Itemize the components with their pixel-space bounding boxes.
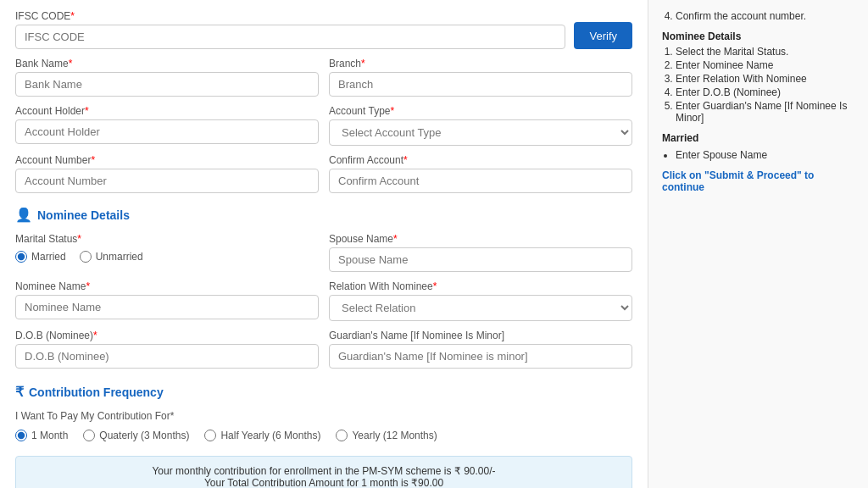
sidebar-nominee-step-1: Select the Marital Status. [676, 46, 854, 58]
contrib-12months-text: Yearly (12 Months) [352, 430, 437, 441]
relation-label: Relation With Nominee* [329, 280, 632, 292]
account-holder-label: Account Holder* [15, 105, 319, 117]
sidebar-married-steps: Enter Spouse Name [662, 147, 854, 163]
sidebar: Confirm the account number. Nominee Deta… [648, 0, 868, 488]
married-radio[interactable] [15, 251, 27, 263]
branch-input [329, 72, 632, 97]
account-type-select[interactable]: Select Account Type Savings Current [329, 119, 632, 146]
ifsc-input[interactable] [15, 25, 565, 49]
married-label: Married [31, 251, 66, 263]
dob-label: D.O.B (Nominee)* [15, 330, 319, 341]
contrib-6months-label[interactable]: Half Yearly (6 Months) [204, 430, 320, 441]
ifsc-label: IFSC CODE* [15, 10, 565, 22]
sidebar-nominee-step-4: Enter D.O.B (Nominee) [676, 86, 854, 98]
nominee-icon: 👤 [15, 207, 32, 223]
branch-label: Branch* [329, 58, 632, 69]
contribution-section-header: ₹ Contribution Frequency [15, 384, 632, 400]
contribution-info-box: Your monthly contribution for enrollment… [15, 456, 632, 488]
contrib-6months-text: Half Yearly (6 Months) [220, 430, 320, 441]
contribution-section-title: Contribution Frequency [29, 385, 164, 399]
bank-name-input [15, 72, 319, 97]
confirm-account-label: Confirm Account* [329, 154, 632, 166]
spouse-name-label: Spouse Name* [329, 233, 632, 245]
dob-input[interactable] [15, 344, 319, 369]
nominee-section-title: Nominee Details [37, 208, 130, 222]
rupee-icon: ₹ [15, 384, 24, 400]
marital-status-radio-group: Married Unmarried [15, 251, 319, 265]
account-holder-input[interactable] [15, 119, 319, 144]
account-number-label: Account Number* [15, 154, 319, 166]
confirm-account-input[interactable] [329, 169, 632, 193]
info-line1: Your monthly contribution for enrollment… [30, 465, 618, 477]
contrib-3months-text: Quaterly (3 Months) [99, 430, 189, 441]
sidebar-step-4: Confirm the account number. [676, 10, 854, 22]
guardian-input[interactable] [329, 344, 632, 369]
contrib-1month-radio[interactable] [15, 430, 27, 441]
nominee-section-header: 👤 Nominee Details [15, 207, 632, 223]
sidebar-nominee-step-2: Enter Nominee Name [676, 59, 854, 71]
sidebar-nominee-steps: Select the Marital Status. Enter Nominee… [662, 46, 854, 124]
contrib-6months-radio[interactable] [204, 430, 216, 441]
verify-button[interactable]: Verify [574, 22, 632, 49]
relation-select[interactable]: Select Relation Spouse Son Daughter Fath… [329, 295, 632, 321]
sidebar-married-title: Married [662, 132, 854, 144]
info-line2: Your Total Contribution Amount for 1 mon… [30, 477, 618, 488]
contrib-3months-label[interactable]: Quaterly (3 Months) [83, 430, 189, 441]
contrib-12months-label[interactable]: Yearly (12 Months) [336, 430, 437, 441]
unmarried-radio-label[interactable]: Unmarried [80, 251, 143, 263]
contribution-freq-label: I Want To Pay My Contribution For* [15, 410, 632, 422]
nominee-name-input[interactable] [15, 295, 319, 319]
account-type-label: Account Type* [329, 105, 632, 117]
married-radio-label[interactable]: Married [15, 251, 66, 263]
unmarried-label: Unmarried [96, 251, 143, 263]
unmarried-radio[interactable] [80, 251, 92, 263]
sidebar-married-step-1: Enter Spouse Name [676, 147, 854, 163]
guardian-label: Guardian's Name [If Nominee Is Minor] [329, 330, 632, 341]
sidebar-nominee-title: Nominee Details [662, 30, 854, 42]
contrib-1month-text: 1 Month [31, 430, 68, 441]
sidebar-nominee-step-3: Enter Relation With Nominee [676, 73, 854, 85]
contribution-options: 1 Month Quaterly (3 Months) Half Yearly … [15, 430, 632, 444]
sidebar-click-note: Click on "Submit & Proceed" to continue [662, 169, 854, 193]
contrib-3months-radio[interactable] [83, 430, 95, 441]
account-number-input[interactable] [15, 169, 319, 193]
bank-name-label: Bank Name* [15, 58, 319, 69]
spouse-name-input[interactable] [329, 247, 632, 272]
sidebar-nominee-step-5: Enter Guardian's Name [If Nominee Is Min… [676, 100, 854, 124]
contrib-12months-radio[interactable] [336, 430, 348, 441]
marital-status-label: Marital Status* [15, 233, 319, 245]
contrib-1month-label[interactable]: 1 Month [15, 430, 68, 441]
nominee-name-label: Nominee Name* [15, 280, 319, 292]
sidebar-steps: Confirm the account number. [662, 10, 854, 22]
